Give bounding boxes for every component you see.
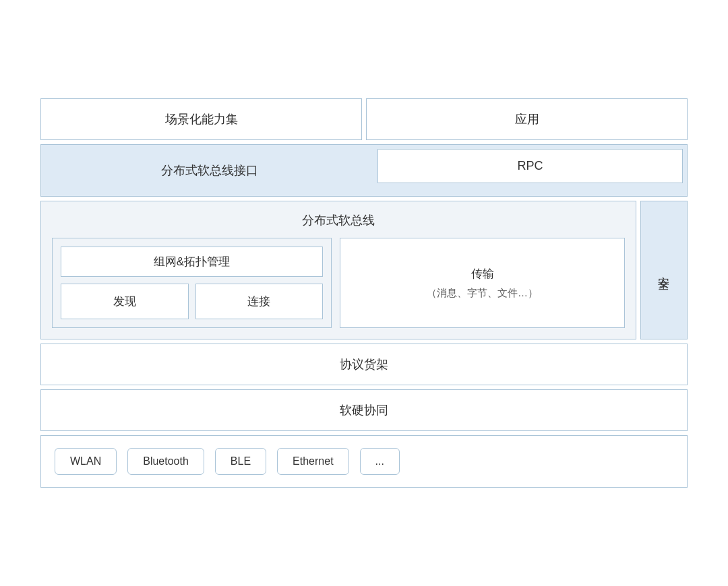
transport-title: 传输 bbox=[471, 266, 494, 282]
architecture-diagram: 场景化能力集 应用 分布式软总线接口 RPC 分布式软总线 组网&拓扑管理 bbox=[40, 98, 688, 488]
chip-BLE: BLE bbox=[215, 448, 266, 475]
connect-box: 连接 bbox=[195, 284, 324, 319]
security-label: 安全 bbox=[657, 267, 672, 273]
sw-hw-box: 软硬协同 bbox=[40, 389, 688, 431]
app-label: 应用 bbox=[515, 112, 539, 126]
main-row: 分布式软总线 组网&拓扑管理 发现 连接 bbox=[40, 201, 688, 339]
rpc-box: RPC bbox=[377, 149, 683, 183]
network-topology-box: 组网&拓扑管理 bbox=[61, 247, 323, 277]
dist-bus-box: 分布式软总线 组网&拓扑管理 发现 连接 bbox=[40, 201, 636, 339]
transport-column: 传输 （消息、字节、文件…） bbox=[340, 238, 625, 328]
top-row: 场景化能力集 应用 bbox=[40, 98, 688, 140]
app-box: 应用 bbox=[366, 98, 688, 140]
chip-WLAN: WLAN bbox=[55, 448, 117, 475]
dist-bus-title: 分布式软总线 bbox=[52, 212, 625, 231]
bus-interface-row: 分布式软总线接口 RPC bbox=[40, 144, 688, 197]
rpc-label: RPC bbox=[517, 159, 543, 172]
protocol-shelf-box: 协议货架 bbox=[40, 344, 688, 385]
dist-bus-inner: 组网&拓扑管理 发现 连接 传输 （消息、字节、文件…） bbox=[52, 238, 625, 328]
network-topology-label: 组网&拓扑管理 bbox=[154, 255, 230, 268]
bus-interface-box: 分布式软总线接口 bbox=[41, 145, 377, 196]
chip-Bluetooth: Bluetooth bbox=[127, 448, 204, 475]
scene-capability-label: 场景化能力集 bbox=[165, 112, 238, 126]
discover-box: 发现 bbox=[61, 284, 189, 319]
rpc-column: RPC bbox=[377, 145, 687, 196]
security-box: 安全 bbox=[640, 201, 688, 339]
transport-subtitle: （消息、字节、文件…） bbox=[427, 287, 538, 300]
protocol-shelf-label: 协议货架 bbox=[340, 358, 388, 371]
connect-label: 连接 bbox=[247, 295, 270, 308]
chips-container: WLANBluetoothBLEEthernet... bbox=[40, 435, 688, 488]
sw-hw-label: 软硬协同 bbox=[340, 403, 388, 417]
chip-Ethernet: Ethernet bbox=[277, 448, 348, 475]
scene-capability-box: 场景化能力集 bbox=[40, 98, 362, 140]
chip-...: ... bbox=[360, 448, 400, 475]
discover-label: 发现 bbox=[113, 295, 136, 308]
network-column: 组网&拓扑管理 发现 连接 bbox=[52, 238, 332, 328]
discover-connect-row: 发现 连接 bbox=[61, 284, 323, 319]
bus-interface-label: 分布式软总线接口 bbox=[161, 162, 258, 178]
